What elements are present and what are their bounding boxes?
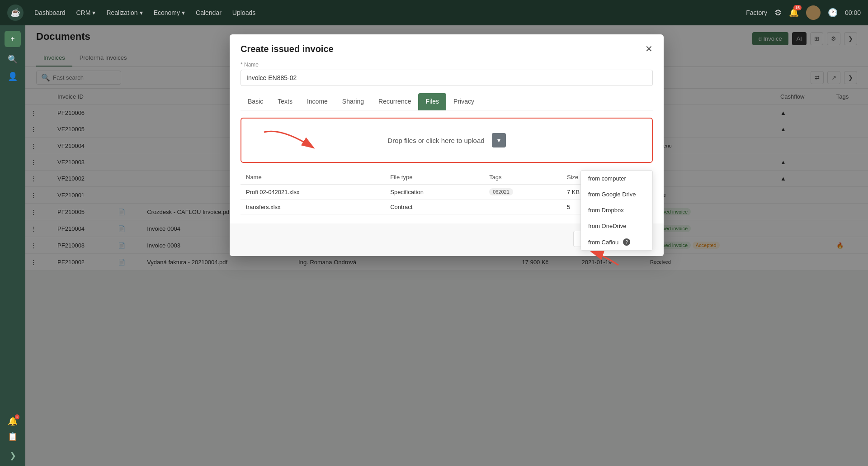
modal-overlay[interactable]: Create issued invoice ✕ * Name BasicText… [25, 25, 868, 466]
modal-tab-privacy[interactable]: Privacy [446, 93, 481, 110]
nav-uploads[interactable]: Uploads [232, 9, 255, 16]
add-button[interactable]: + [5, 31, 21, 47]
file-tags [484, 200, 561, 214]
file-type: Specification [385, 185, 484, 200]
app-logo[interactable]: ☕ [7, 5, 24, 21]
modal-create-invoice: Create issued invoice ✕ * Name BasicText… [230, 34, 664, 256]
upload-dropdown-button[interactable]: ▾ [492, 133, 506, 147]
modal-tabs: BasicTextsIncomeSharingRecurrenceFilesPr… [241, 93, 653, 110]
user-avatar[interactable] [806, 5, 821, 20]
nav-crm[interactable]: CRM ▾ [76, 9, 96, 16]
search-sidebar-icon[interactable]: 🔍 [8, 54, 18, 64]
files-col-tags: Tags [484, 170, 561, 185]
modal-title: Create issued invoice [241, 44, 334, 54]
modal-header: Create issued invoice ✕ [230, 34, 664, 62]
dropdown-item-onedrive[interactable]: from OneDrive [581, 218, 652, 234]
nav-realization[interactable]: Realization ▾ [106, 9, 142, 16]
name-field-group: * Name [241, 62, 653, 86]
nav-factory-label[interactable]: Factory [746, 9, 767, 16]
modal-tab-files[interactable]: Files [418, 93, 446, 110]
file-type: Contract [385, 200, 484, 214]
main-layout: + 🔍 👤 🔔 1 📋 ❯ Documents d Invoice AI ⊞ ⚙… [0, 25, 868, 466]
settings-icon[interactable]: ⚙ [774, 8, 782, 18]
name-input[interactable] [241, 70, 653, 86]
modal-close-button[interactable]: ✕ [645, 43, 653, 54]
modal-tab-texts[interactable]: Texts [270, 93, 300, 110]
nav-economy[interactable]: Economy ▾ [154, 9, 185, 16]
modal-tab-recurrence[interactable]: Recurrence [371, 93, 418, 110]
nav-right-section: Factory ⚙ 🔔 15 🕐 00:00 [746, 5, 861, 20]
modal-tab-sharing[interactable]: Sharing [335, 93, 371, 110]
upload-area[interactable]: Drop files or click here to upload ▾ [241, 118, 653, 163]
notification-badge: 15 [793, 5, 802, 10]
content-area: Documents d Invoice AI ⊞ ⚙ ❯ Invoices Pr… [25, 25, 868, 466]
sidebar-bottom: 🔔 1 📋 ❯ [8, 416, 18, 461]
nav-dashboard[interactable]: Dashboard [34, 9, 66, 16]
notifications-icon[interactable]: 🔔 15 [789, 8, 799, 18]
file-name: transfers.xlsx [241, 200, 385, 214]
time-display: 00:00 [845, 9, 861, 16]
file-tags: 062021 [484, 185, 561, 200]
dropdown-item-google-drive[interactable]: from Google Drive [581, 186, 652, 202]
dropdown-item-computer[interactable]: from computer [581, 171, 652, 186]
modal-tab-basic[interactable]: Basic [241, 93, 270, 110]
upload-dropdown-menu: from computerfrom Google Drivefrom Dropb… [580, 170, 653, 251]
nav-calendar[interactable]: Calendar [196, 9, 222, 16]
help-icon[interactable]: ? [623, 238, 630, 246]
name-label: * Name [241, 62, 653, 68]
top-navigation: ☕ Dashboard CRM ▾ Realization ▾ Economy … [0, 0, 868, 25]
files-col-name: Name [241, 170, 385, 185]
dropdown-item-caflou[interactable]: from Caflou? [581, 234, 652, 250]
list-sidebar-icon[interactable]: 📋 [8, 432, 18, 442]
files-col-type: File type [385, 170, 484, 185]
dropdown-item-dropbox[interactable]: from Dropbox [581, 202, 652, 218]
file-name: Profi 02-042021.xlsx [241, 185, 385, 200]
modal-tab-income[interactable]: Income [300, 93, 335, 110]
clock-icon[interactable]: 🕐 [828, 8, 838, 18]
down-sidebar-icon[interactable]: ❯ [9, 451, 16, 461]
sidebar: + 🔍 👤 🔔 1 📋 ❯ [0, 25, 25, 466]
user-sidebar-icon[interactable]: 👤 [8, 71, 18, 81]
upload-arrow [255, 123, 345, 159]
notification-sidebar-icon[interactable]: 🔔 1 [8, 416, 18, 426]
upload-drop-text: Drop files or click here to upload [387, 137, 484, 144]
